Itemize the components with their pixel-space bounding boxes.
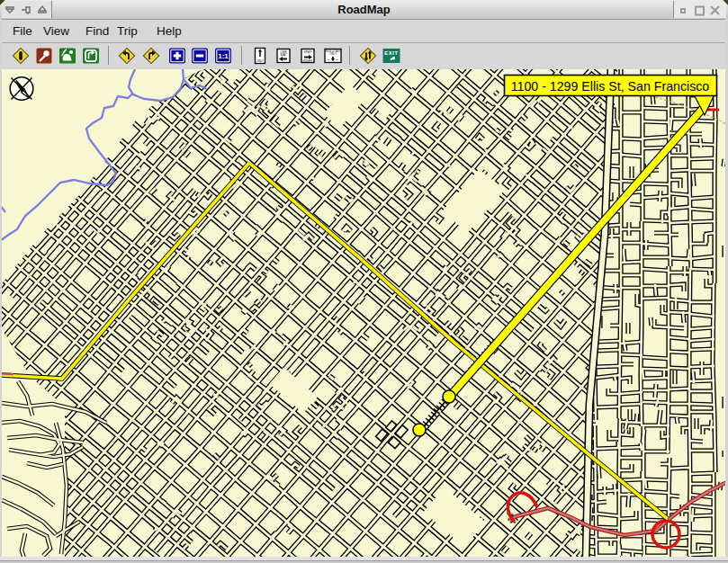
svg-text:EXIT: EXIT: [384, 50, 399, 56]
svg-text:RIGHT: RIGHT: [303, 59, 313, 63]
svg-text:WAY: WAY: [280, 53, 287, 57]
svg-text:ONLY: ONLY: [256, 59, 265, 63]
svg-text:1:1: 1:1: [218, 52, 229, 60]
svg-text:1100 - 1299 Ellis St, San Fran: 1100 - 1299 Ellis St, San Francisco: [511, 79, 710, 94]
svg-text:KEEP: KEEP: [303, 50, 312, 54]
svg-text:ONLY: ONLY: [329, 52, 337, 56]
